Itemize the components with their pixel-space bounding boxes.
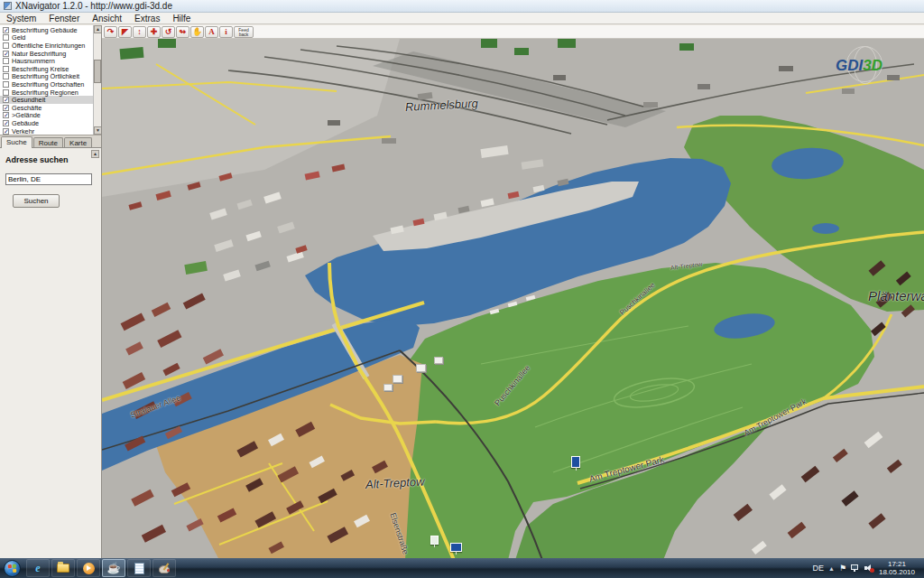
search-panel: ▲ Adresse suchen Suchen	[0, 147, 101, 558]
volume-muted-icon[interactable]	[864, 564, 874, 573]
layer-list-scrollbar[interactable]: ▲ ▼	[93, 25, 101, 135]
map-canvas	[102, 39, 924, 558]
windows-flag-icon	[8, 564, 17, 573]
checkbox-unchecked-icon[interactable]	[3, 66, 9, 72]
scroll-thumb[interactable]	[94, 60, 101, 83]
menu-item-fenster[interactable]: Fenster	[42, 14, 86, 23]
checkbox-checked-icon[interactable]: ✓	[3, 128, 9, 135]
menu-item-hilfe[interactable]: Hilfe	[166, 14, 197, 23]
checkbox-unchecked-icon[interactable]	[3, 34, 9, 41]
gdi3d-logo: GDI3D	[830, 50, 908, 80]
pan-hand-button[interactable]: ✋	[190, 26, 204, 38]
action-center-flag-icon[interactable]: ⚑	[839, 564, 846, 573]
rotate-s-button[interactable]: ↬	[176, 26, 189, 38]
reset-view-button[interactable]: ◤	[118, 26, 132, 38]
layer-label: Verkehr	[12, 127, 34, 135]
map-sign-icon[interactable]	[450, 543, 462, 552]
font-button[interactable]: A	[205, 26, 218, 38]
window-title: XNavigator 1.2.0 - http://www.gdi-3d.de	[15, 1, 172, 11]
show-hidden-icon[interactable]: ▲	[828, 565, 835, 572]
info-button[interactable]: i	[219, 26, 233, 38]
address-search-input[interactable]	[5, 173, 92, 185]
building-model-icon	[434, 357, 443, 364]
explorer-folder-icon[interactable]	[51, 559, 75, 577]
sidebar-tabs: SucheRouteKarte	[0, 135, 101, 148]
layer-row[interactable]: Beschriftung Ortschaften	[0, 80, 93, 89]
building-model-icon	[416, 364, 426, 372]
app-icon	[4, 2, 12, 10]
map-toolbar: ↷◤↕✚↺↬✋AiFeed back	[102, 25, 924, 39]
layer-row[interactable]: ✓Gebäude	[0, 119, 93, 127]
layer-row[interactable]: ✓Natur Beschriftung	[0, 50, 93, 58]
desktop: XNavigator 1.2.0 - http://www.gdi-3d.de …	[0, 0, 924, 578]
layer-row[interactable]: Beschriftung Kreise	[0, 65, 93, 73]
layer-row[interactable]: ✓Verkehr	[0, 127, 93, 135]
checkbox-checked-icon[interactable]: ✓	[3, 27, 9, 33]
clock[interactable]: 17:2118.05.2010	[879, 560, 919, 576]
search-button[interactable]: Suchen	[13, 194, 60, 208]
checkbox-checked-icon[interactable]: ✓	[3, 112, 9, 118]
rotate-down-button[interactable]: ↷	[104, 26, 117, 38]
checkbox-checked-icon[interactable]: ✓	[3, 97, 9, 103]
checkbox-unchecked-icon[interactable]	[3, 58, 9, 64]
pan-vertical-button[interactable]: ↕	[133, 26, 146, 38]
sidebar: ✓Beschriftung GebäudeGeldÖffentliche Ein…	[0, 25, 102, 558]
map-3d-view[interactable]: RummelsburgPlänterwaldAlt-TreptowAlt-Tre…	[102, 39, 924, 558]
menu-bar: SystemFensterAnsichtExtrasHilfe	[0, 13, 924, 24]
layer-row[interactable]: ✓Gesundheit	[0, 96, 93, 104]
network-icon[interactable]	[851, 564, 860, 573]
checkbox-unchecked-icon[interactable]	[3, 89, 9, 96]
taskbar: e ☕ DE ▲ ⚑ 17:2118.05.2010	[0, 558, 924, 578]
checkbox-checked-icon[interactable]: ✓	[3, 51, 9, 57]
pan-cross-button[interactable]: ✚	[147, 26, 161, 38]
search-heading: Adresse suchen	[5, 155, 96, 164]
sbahn-sign-icon[interactable]	[571, 456, 580, 468]
scroll-up-icon[interactable]: ▲	[94, 25, 101, 33]
checkbox-unchecked-icon[interactable]	[3, 73, 9, 79]
layer-row[interactable]: ✓Beschriftung Gebäude	[0, 26, 93, 34]
checkbox-checked-icon[interactable]: ✓	[3, 105, 9, 111]
building-model-icon	[393, 375, 402, 383]
layer-row[interactable]: ✓Geschäfte	[0, 104, 93, 112]
menu-item-ansicht[interactable]: Ansicht	[86, 14, 128, 23]
window-titlebar: XNavigator 1.2.0 - http://www.gdi-3d.de	[0, 0, 924, 13]
media-player-icon[interactable]	[77, 559, 100, 577]
checkbox-unchecked-icon[interactable]	[3, 42, 9, 49]
layer-row[interactable]: Hausnummern	[0, 57, 93, 65]
checkbox-unchecked-icon[interactable]	[3, 81, 9, 88]
layer-list: ✓Beschriftung GebäudeGeldÖffentliche Ein…	[0, 25, 101, 135]
scroll-down-icon[interactable]: ▼	[94, 126, 101, 135]
panel-scroll-up-icon[interactable]: ▲	[91, 150, 99, 158]
layer-row[interactable]: Beschriftung Regionen	[0, 89, 93, 97]
rotate-ccw-button[interactable]: ↺	[162, 26, 175, 38]
building-model-icon	[383, 384, 393, 391]
layer-row[interactable]: ✓>Gelände	[0, 112, 93, 120]
layer-row[interactable]: Öffentliche Einrichtungen	[0, 42, 93, 50]
java-xnavigator-icon[interactable]: ☕	[102, 559, 125, 577]
layer-row[interactable]: Beschriftung Örtlichkeit	[0, 73, 93, 81]
paint-icon[interactable]	[152, 559, 176, 577]
tab-suche[interactable]: Suche	[1, 136, 32, 148]
checkbox-checked-icon[interactable]: ✓	[3, 120, 9, 126]
notepad-icon[interactable]	[127, 559, 151, 577]
start-button[interactable]	[4, 560, 21, 577]
map-sign-icon[interactable]	[430, 536, 439, 545]
menu-item-system[interactable]: System	[0, 14, 42, 23]
internet-explorer-icon[interactable]: e	[26, 559, 50, 577]
menu-item-extras[interactable]: Extras	[128, 14, 166, 23]
layer-row[interactable]: Geld	[0, 34, 93, 42]
feedback-button[interactable]: Feed back	[234, 26, 254, 38]
language-indicator[interactable]: DE	[812, 564, 824, 573]
